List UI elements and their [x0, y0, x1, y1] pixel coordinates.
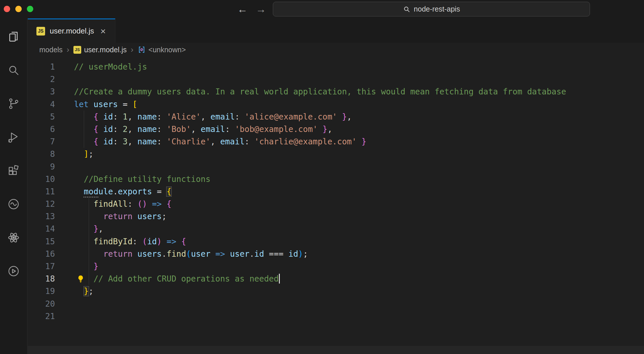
- navigate-forward-button[interactable]: →: [256, 3, 266, 15]
- code-line[interactable]: 10 //Define utility functions: [28, 173, 644, 185]
- text-cursor: [279, 274, 280, 284]
- code-token: 'Bob': [166, 124, 191, 134]
- code-line[interactable]: 8 ];: [28, 148, 644, 160]
- explorer-icon[interactable]: [7, 30, 20, 43]
- code-token: [74, 237, 93, 246]
- close-tab-icon[interactable]: ×: [99, 27, 107, 36]
- tab-user-model-js[interactable]: JS user.model.js ×: [28, 18, 115, 43]
- code-token: ,: [347, 112, 352, 122]
- navigate-back-button[interactable]: ←: [237, 3, 248, 15]
- zoom-window-button[interactable]: [27, 6, 33, 12]
- code-token: 'bob@example.com': [235, 124, 318, 134]
- horizontal-scrollbar-track[interactable]: [28, 346, 644, 354]
- code-token: return: [103, 212, 132, 221]
- breadcrumb-symbol[interactable]: <unknown>: [149, 46, 186, 54]
- code-token: }: [93, 262, 98, 271]
- code-token: //Define utility functions: [74, 174, 210, 184]
- react-extension-icon[interactable]: [7, 231, 20, 244]
- code-line[interactable]: 13 return users;: [28, 210, 644, 223]
- indent-guide: [89, 235, 89, 248]
- code-token: name: [137, 124, 157, 134]
- code-token: {: [93, 112, 98, 122]
- code-line[interactable]: 15 findById: (id) => {: [28, 235, 644, 248]
- window-controls: [4, 6, 33, 12]
- code-token: ,: [127, 124, 137, 134]
- code-token: id: [103, 112, 113, 122]
- code-token: (: [186, 249, 191, 259]
- code-line[interactable]: 12 findAll: () => {: [28, 198, 644, 210]
- code-token: id: [103, 124, 113, 134]
- line-number: 8: [28, 148, 55, 160]
- code-line[interactable]: 1// userModel.js: [28, 61, 644, 73]
- breadcrumb-folder[interactable]: models: [39, 46, 63, 54]
- code-token: {: [93, 137, 98, 146]
- line-number: 12: [28, 198, 55, 210]
- code-token: (: [142, 237, 147, 246]
- code-token: [98, 112, 103, 122]
- code-token: email: [220, 137, 245, 146]
- code-token: ;: [303, 249, 308, 259]
- code-line[interactable]: 6 { id: 2, name: 'Bob', email: 'bob@exam…: [28, 123, 644, 135]
- code-token: 'alice@example.com': [245, 112, 337, 122]
- code-token: [74, 286, 84, 296]
- code-token: //Create a dummy users data. In a real w…: [74, 87, 566, 96]
- js-file-icon: JS: [73, 46, 81, 54]
- code-token: email: [210, 112, 235, 122]
- code-token: 1: [123, 112, 128, 122]
- code-line[interactable]: 17 }: [28, 260, 644, 273]
- code-token: }: [84, 286, 89, 296]
- line-number: 20: [28, 298, 55, 310]
- code-token: ): [298, 249, 303, 259]
- code-token: {: [166, 199, 171, 209]
- wave-extension-icon[interactable]: [7, 198, 20, 211]
- code-line[interactable]: 16 return users.find(user => user.id ===…: [28, 248, 644, 260]
- code-token: =>: [166, 237, 176, 246]
- code-line[interactable]: 4let users = [: [28, 98, 644, 111]
- breadcrumb-file[interactable]: user.model.js: [84, 46, 127, 54]
- code-token: }: [93, 224, 98, 234]
- code-editor[interactable]: 1// userModel.js23//Create a dummy users…: [28, 57, 644, 354]
- code-line[interactable]: 20: [28, 298, 644, 310]
- line-number: 21: [28, 310, 55, 323]
- source-control-icon[interactable]: [7, 97, 20, 110]
- code-line[interactable]: 19 };: [28, 285, 644, 297]
- run-debug-icon[interactable]: [7, 131, 20, 144]
- code-token: name: [137, 112, 157, 122]
- code-line[interactable]: 14 },: [28, 223, 644, 235]
- code-line[interactable]: 18 // Add other CRUD operations as neede…: [28, 273, 644, 285]
- line-number: 13: [28, 210, 55, 223]
- line-number: 6: [28, 123, 55, 135]
- code-line[interactable]: 2: [28, 73, 644, 85]
- minimize-window-button[interactable]: [15, 6, 22, 12]
- code-token: [210, 249, 215, 259]
- lightbulb-icon[interactable]: [76, 274, 85, 283]
- code-token: ;: [89, 286, 94, 296]
- code-token: :: [157, 112, 167, 122]
- search-view-icon[interactable]: [7, 64, 20, 77]
- line-number: 10: [28, 173, 55, 185]
- code-token: =>: [215, 249, 225, 259]
- code-line[interactable]: 11 module.exports = {: [28, 185, 644, 198]
- indent-guide: [84, 123, 84, 135]
- indent-guide: [89, 198, 89, 210]
- code-line[interactable]: 7 { id: 3, name: 'Charlie', email: 'char…: [28, 135, 644, 148]
- code-token: // userModel.js: [74, 62, 147, 72]
- misc-extension-icon[interactable]: [7, 264, 20, 278]
- command-center-search[interactable]: node-rest-apis: [273, 2, 590, 16]
- code-token: 'Charlie': [166, 137, 210, 146]
- line-number: 14: [28, 223, 55, 235]
- indent-guide: [89, 260, 89, 273]
- activity-bar: [0, 18, 27, 354]
- code-line[interactable]: 3//Create a dummy users data. In a real …: [28, 85, 644, 98]
- code-token: [: [132, 100, 137, 109]
- code-line[interactable]: 21: [28, 310, 644, 323]
- code-token: [176, 237, 181, 246]
- code-token: users: [137, 249, 162, 259]
- code-line[interactable]: 5 { id: 1, name: 'Alice', email: 'alice@…: [28, 111, 644, 123]
- code-line[interactable]: 9: [28, 161, 644, 173]
- code-token: 'Alice': [166, 112, 201, 122]
- code-token: .: [113, 187, 118, 196]
- extensions-icon[interactable]: [7, 164, 20, 177]
- close-window-button[interactable]: [4, 6, 10, 12]
- code-token: ;: [162, 212, 166, 221]
